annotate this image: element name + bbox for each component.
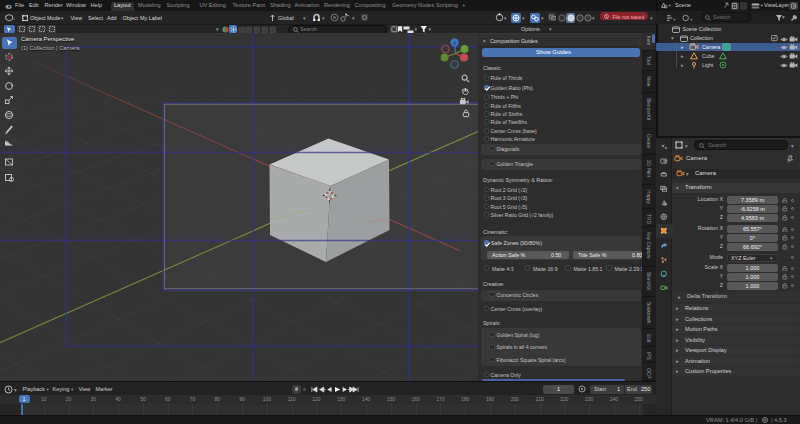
svg-text:z: z xyxy=(453,40,456,46)
